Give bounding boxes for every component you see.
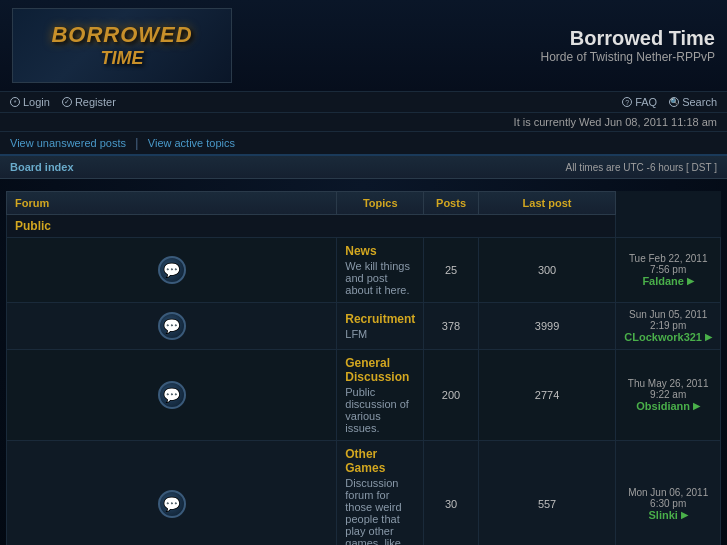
main-content: Forum Topics Posts Last post Public 💬 Ne… [0, 179, 727, 545]
posts-col-header: Posts [424, 192, 478, 215]
lastpost-col-header: Last post [478, 192, 616, 215]
site-title: Borrowed Time [540, 27, 715, 50]
board-index-timezone: All times are UTC -6 hours [ DST ] [565, 162, 717, 173]
forum-header-row: Forum Topics Posts Last post [7, 192, 721, 215]
forum-row: 💬 Recruitment LFM 378 3999 Sun Jun 05, 2… [7, 303, 721, 350]
register-link[interactable]: ✓ Register [62, 96, 116, 108]
nav-left: * Login ✓ Register [10, 96, 116, 108]
public-label: Public [7, 215, 616, 238]
links-bar: View unanswered posts | View active topi… [0, 132, 727, 156]
lastpost-date: Thu May 26, 2011 9:22 am [624, 378, 712, 400]
search-label: Search [682, 96, 717, 108]
forum-name-link[interactable]: News [345, 244, 376, 258]
board-index-bar: Board index All times are UTC -6 hours [… [0, 156, 727, 179]
register-icon: ✓ [62, 97, 72, 107]
forum-description: LFM [345, 328, 415, 340]
forum-icon: 💬 [158, 312, 186, 340]
forum-icon: 💬 [158, 381, 186, 409]
forum-icon: 💬 [158, 256, 186, 284]
nav-bar: * Login ✓ Register ? FAQ 🔍 Search [0, 92, 727, 113]
forum-name-link[interactable]: General Discussion [345, 356, 409, 384]
lastpost-user: Slinki ▶ [624, 509, 712, 521]
goto-post-icon: ▶ [681, 510, 688, 520]
forum-lastpost-cell: Sun Jun 05, 2011 2:19 pm CLockwork321 ▶ [616, 303, 721, 350]
login-link[interactable]: * Login [10, 96, 50, 108]
forum-posts-count: 557 [478, 441, 616, 546]
login-label: Login [23, 96, 50, 108]
forum-description: Discussion forum for those weird people … [345, 477, 415, 545]
forum-icon-cell: 💬 [7, 303, 337, 350]
search-icon: 🔍 [669, 97, 679, 107]
forum-table: Forum Topics Posts Last post Public 💬 Ne… [6, 191, 721, 545]
forum-icon-cell: 💬 [7, 350, 337, 441]
topics-col-header: Topics [337, 192, 424, 215]
forum-lastpost-cell: Mon Jun 06, 2011 6:30 pm Slinki ▶ [616, 441, 721, 546]
goto-post-icon: ▶ [687, 276, 694, 286]
forum-icon-cell: 💬 [7, 238, 337, 303]
forum-col-header: Forum [7, 192, 337, 215]
logo-title: BORROWED [51, 22, 192, 48]
forum-row: 💬 News We kill things and post about it … [7, 238, 721, 303]
site-subtitle: Horde of Twisting Nether-RPPvP [540, 50, 715, 64]
nav-right: ? FAQ 🔍 Search [622, 96, 717, 108]
forum-row: 💬 General Discussion Public discussion o… [7, 350, 721, 441]
site-title-area: Borrowed Time Horde of Twisting Nether-R… [540, 27, 715, 64]
logo: BORROWED TIME [12, 8, 232, 83]
forum-info-cell: Recruitment LFM [337, 303, 424, 350]
lastpost-user: Faldane ▶ [624, 275, 712, 287]
forum-icon-cell: 💬 [7, 441, 337, 546]
forum-posts-count: 3999 [478, 303, 616, 350]
active-topics-link[interactable]: View active topics [148, 137, 235, 149]
lastpost-date: Mon Jun 06, 2011 6:30 pm [624, 487, 712, 509]
lastpost-user-link[interactable]: CLockwork321 [624, 331, 702, 343]
board-index-title: Board index [10, 161, 74, 173]
lastpost-user-link[interactable]: Slinki [649, 509, 678, 521]
faq-link[interactable]: ? FAQ [622, 96, 657, 108]
lastpost-user-link[interactable]: Obsidiann [636, 400, 690, 412]
forum-info-cell: Other Games Discussion forum for those w… [337, 441, 424, 546]
forum-topics-count: 378 [424, 303, 478, 350]
unanswered-posts-link[interactable]: View unanswered posts [10, 137, 126, 149]
forum-topics-count: 25 [424, 238, 478, 303]
forum-info-cell: General Discussion Public discussion of … [337, 350, 424, 441]
forum-icon: 💬 [158, 490, 186, 518]
public-category-row: Public [7, 215, 721, 238]
status-text: It is currently Wed Jun 08, 2011 11:18 a… [514, 116, 717, 128]
status-bar: It is currently Wed Jun 08, 2011 11:18 a… [0, 113, 727, 132]
header: BORROWED TIME Borrowed Time Horde of Twi… [0, 0, 727, 92]
forum-name-link[interactable]: Other Games [345, 447, 385, 475]
goto-post-icon: ▶ [693, 401, 700, 411]
forum-row: 💬 Other Games Discussion forum for those… [7, 441, 721, 546]
register-label: Register [75, 96, 116, 108]
links-separator: | [135, 136, 138, 150]
goto-post-icon: ▶ [705, 332, 712, 342]
forum-posts-count: 300 [478, 238, 616, 303]
search-link[interactable]: 🔍 Search [669, 96, 717, 108]
forum-description: We kill things and post about it here. [345, 260, 415, 296]
forum-topics-count: 30 [424, 441, 478, 546]
forum-topics-count: 200 [424, 350, 478, 441]
faq-label: FAQ [635, 96, 657, 108]
lastpost-date: Tue Feb 22, 2011 7:56 pm [624, 253, 712, 275]
forum-name-link[interactable]: Recruitment [345, 312, 415, 326]
lastpost-user: Obsidiann ▶ [624, 400, 712, 412]
lastpost-date: Sun Jun 05, 2011 2:19 pm [624, 309, 712, 331]
faq-icon: ? [622, 97, 632, 107]
forum-description: Public discussion of various issues. [345, 386, 415, 434]
forum-posts-count: 2774 [478, 350, 616, 441]
lastpost-user: CLockwork321 ▶ [624, 331, 712, 343]
forum-lastpost-cell: Tue Feb 22, 2011 7:56 pm Faldane ▶ [616, 238, 721, 303]
forum-lastpost-cell: Thu May 26, 2011 9:22 am Obsidiann ▶ [616, 350, 721, 441]
logo-subtitle: TIME [51, 48, 192, 69]
forum-info-cell: News We kill things and post about it he… [337, 238, 424, 303]
lastpost-user-link[interactable]: Faldane [642, 275, 684, 287]
login-icon: * [10, 97, 20, 107]
